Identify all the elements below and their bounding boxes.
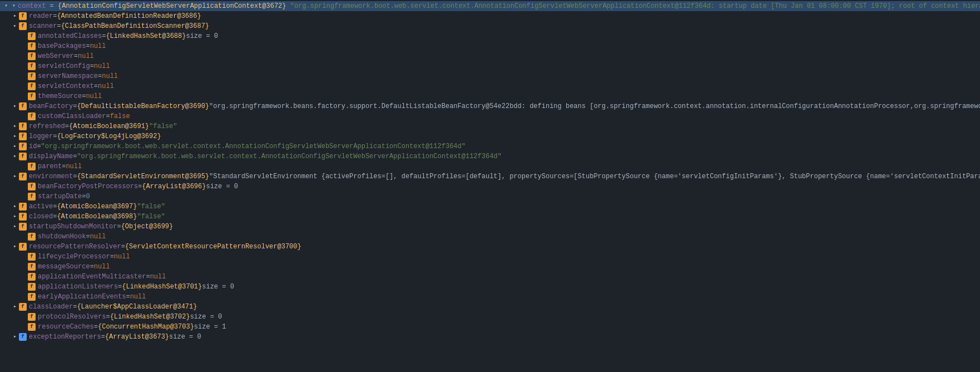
- tree-row[interactable]: fstartupShutdownMonitor = {Object@3699}: [0, 222, 980, 232]
- tree-row[interactable]: fannotatedClasses = {LinkedHashSet@3688}…: [0, 31, 980, 41]
- toggle-icon[interactable]: [20, 323, 28, 331]
- toggle-icon[interactable]: [11, 173, 19, 180]
- tree-row[interactable]: flogger = {LogFactory$Log4jLog@3692}: [0, 131, 980, 141]
- toggle-icon[interactable]: [11, 303, 19, 311]
- eq-part: =: [37, 141, 41, 151]
- toggle-icon[interactable]: [20, 32, 28, 40]
- toggle-icon[interactable]: [11, 203, 19, 211]
- tree-row[interactable]: fbeanFactory = {DefaultListableBeanFacto…: [0, 101, 980, 111]
- toggle-icon[interactable]: [20, 283, 28, 291]
- toggle-icon[interactable]: [11, 243, 19, 251]
- tree-row[interactable]: fwebServer = null: [0, 51, 980, 61]
- toggle-icon[interactable]: [11, 213, 19, 221]
- toggle-icon[interactable]: [20, 112, 28, 120]
- context-toggle2[interactable]: [10, 2, 18, 10]
- tree-row[interactable]: fresourceCaches = {ConcurrentHashMap@370…: [0, 322, 980, 332]
- string-after-type: "false": [137, 202, 165, 212]
- context-toggle[interactable]: [2, 2, 10, 10]
- context-header-row[interactable]: context = {AnnotationConfigServletWebSer…: [0, 1, 980, 11]
- toggle-icon[interactable]: [11, 143, 19, 150]
- toggle-icon[interactable]: [11, 102, 19, 110]
- type-ref: {ArrayList@3673}: [105, 332, 169, 342]
- eq-part2: =: [90, 61, 94, 71]
- tree-row[interactable]: fcustomClassLoader = false: [0, 111, 980, 121]
- eq-part2: =: [86, 41, 90, 51]
- tree-row[interactable]: fapplicationEventMulticaster = null: [0, 272, 980, 282]
- toggle-icon[interactable]: [11, 223, 19, 231]
- eq-part2: =: [53, 11, 57, 21]
- tree-row[interactable]: fdisplayName = "org.springframework.boot…: [0, 151, 980, 161]
- toggle-icon[interactable]: [11, 22, 19, 30]
- field-icon: f: [19, 22, 27, 30]
- debug-tree: context = {AnnotationConfigServletWebSer…: [0, 0, 980, 343]
- toggle-icon[interactable]: [20, 233, 28, 241]
- tree-row[interactable]: fshutdownHook = null: [0, 232, 980, 242]
- toggle-icon[interactable]: [20, 52, 28, 60]
- tree-row[interactable]: fid = "org.springframework.boot.web.serv…: [0, 141, 980, 151]
- toggle-icon[interactable]: [11, 12, 19, 20]
- eq-part2: =: [86, 232, 90, 242]
- field-key: shutdownHook: [38, 232, 86, 242]
- eq-part2: =: [94, 81, 98, 91]
- tree-row[interactable]: freader = {AnnotatedBeanDefinitionReader…: [0, 11, 980, 21]
- toggle-icon[interactable]: [11, 133, 19, 140]
- tree-row[interactable]: fbasePackages = null: [0, 41, 980, 51]
- field-key: logger: [29, 131, 53, 141]
- toggle-icon[interactable]: [20, 293, 28, 301]
- toggle-icon[interactable]: [20, 273, 28, 281]
- eq-part2: =: [106, 111, 110, 121]
- toggle-icon[interactable]: [20, 62, 28, 70]
- tree-row[interactable]: frefreshed = {AtomicBoolean@3691} "false…: [0, 121, 980, 131]
- toggle-icon[interactable]: [20, 263, 28, 271]
- tree-row[interactable]: fprotocolResolvers = {LinkedHashSet@3702…: [0, 312, 980, 322]
- null-value: null: [94, 61, 110, 71]
- field-key: startupShutdownMonitor: [29, 222, 117, 232]
- toggle-icon[interactable]: [20, 193, 28, 200]
- field-icon: f: [28, 72, 36, 80]
- field-key: messageSource: [38, 262, 90, 272]
- num-value: 0: [86, 192, 90, 202]
- eq-part2: =: [53, 212, 57, 222]
- tree-row[interactable]: fthemeSource = null: [0, 91, 980, 101]
- tree-row[interactable]: fbeanFactoryPostProcessors = {ArrayList@…: [0, 182, 980, 192]
- type-ref: {LinkedHashSet@3688}: [106, 31, 186, 41]
- tree-row[interactable]: fresourcePatternResolver = {ServletConte…: [0, 242, 980, 252]
- tree-row[interactable]: fserverNamespace = null: [0, 71, 980, 81]
- toggle-icon[interactable]: [20, 163, 28, 170]
- field-key: beanFactory: [29, 101, 73, 111]
- tree-rows: freader = {AnnotatedBeanDefinitionReader…: [0, 11, 980, 342]
- tree-row[interactable]: fearlyApplicationEvents = null: [0, 292, 980, 302]
- tree-row[interactable]: fenvironment = {StandardServletEnvironme…: [0, 172, 980, 182]
- toggle-icon[interactable]: [20, 82, 28, 90]
- toggle-icon[interactable]: [20, 313, 28, 321]
- field-key: resourcePatternResolver: [29, 242, 121, 252]
- toggle-icon[interactable]: [11, 123, 19, 130]
- string-after-type: "false": [149, 121, 177, 131]
- eq-part2: =: [53, 202, 57, 212]
- eq-part2: =: [126, 292, 130, 302]
- tree-row[interactable]: fclassLoader = {Launcher$AppClassLoader@…: [0, 302, 980, 312]
- toggle-icon[interactable]: [11, 333, 19, 341]
- tree-row[interactable]: fstartupDate = 0: [0, 192, 980, 202]
- tree-row[interactable]: factive = {AtomicBoolean@3697} "false": [0, 202, 980, 212]
- tree-row[interactable]: fscanner = {ClassPathBeanDefinitionScann…: [0, 21, 980, 31]
- field-key: closed: [29, 212, 53, 222]
- tree-row[interactable]: flifecycleProcessor = null: [0, 252, 980, 262]
- tree-row[interactable]: fclosed = {AtomicBoolean@3698} "false": [0, 212, 980, 222]
- type-ref: {AtomicBoolean@3691}: [69, 121, 149, 131]
- toggle-icon[interactable]: [20, 72, 28, 80]
- tree-row[interactable]: fservletContext = null: [0, 81, 980, 91]
- tree-row[interactable]: fexceptionReporters = {ArrayList@3673} s…: [0, 332, 980, 342]
- toggle-icon[interactable]: [20, 92, 28, 100]
- toggle-icon[interactable]: [20, 42, 28, 50]
- tree-row[interactable]: fparent = null: [0, 161, 980, 172]
- field-icon: f: [19, 123, 27, 130]
- field-key: resourceCaches: [38, 322, 94, 332]
- tree-row[interactable]: fapplicationListeners = {LinkedHashSet@3…: [0, 282, 980, 292]
- toggle-icon[interactable]: [20, 183, 28, 190]
- tree-row[interactable]: fmessageSource = null: [0, 262, 980, 272]
- toggle-icon[interactable]: [20, 253, 28, 261]
- field-icon: f: [19, 153, 27, 160]
- toggle-icon[interactable]: [11, 153, 19, 160]
- tree-row[interactable]: fservletConfig = null: [0, 61, 980, 71]
